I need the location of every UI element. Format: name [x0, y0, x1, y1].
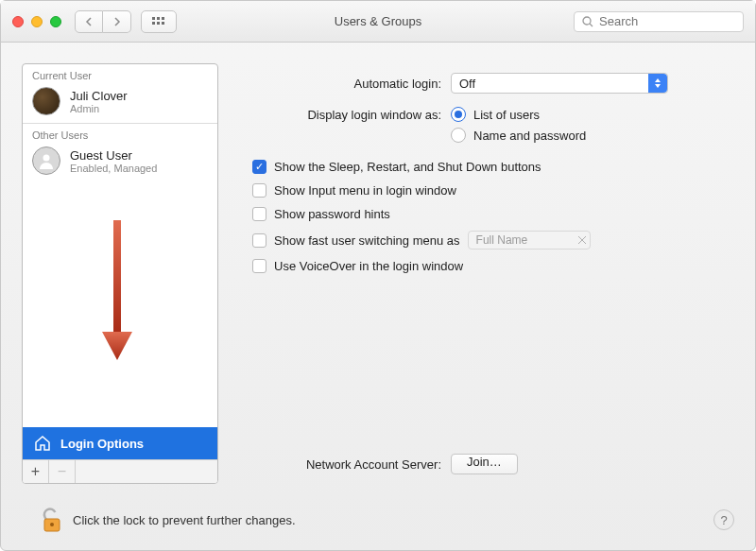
- minimize-button[interactable]: [31, 16, 43, 27]
- fast-user-switching-checkbox-row[interactable]: Show fast user switching menu as Full Na…: [252, 231, 715, 250]
- checkbox[interactable]: [252, 259, 266, 273]
- svg-marker-10: [102, 332, 132, 360]
- lock-icon[interactable]: [41, 507, 63, 533]
- fast-user-switching-value: Full Name: [476, 233, 528, 247]
- traffic-lights: [12, 16, 61, 27]
- sidebar-spacer: [23, 182, 217, 427]
- fast-user-switching-select[interactable]: Full Name: [468, 231, 591, 250]
- svg-rect-0: [152, 17, 155, 20]
- lock-text: Click the lock to prevent further change…: [73, 513, 296, 527]
- network-account-server-label: Network Account Server:: [252, 457, 441, 472]
- checkbox-label: Show Input menu in login window: [274, 183, 456, 198]
- annotation-arrow-icon: [98, 220, 136, 362]
- checkbox[interactable]: [252, 160, 266, 174]
- automatic-login-value: Off: [459, 77, 475, 91]
- svg-point-6: [583, 17, 591, 25]
- remove-user-button: −: [49, 460, 76, 483]
- search-input[interactable]: [599, 14, 735, 28]
- add-user-button[interactable]: +: [23, 460, 49, 483]
- login-options-item[interactable]: Login Options: [23, 427, 217, 459]
- grid-icon: [152, 17, 165, 26]
- user-name: Juli Clover: [70, 89, 128, 103]
- preferences-window: Users & Groups Current User Juli Clover …: [0, 0, 756, 551]
- svg-line-7: [590, 24, 593, 26]
- display-login-label: Display login window as:: [252, 107, 441, 122]
- automatic-login-row: Automatic login: Off: [252, 73, 715, 94]
- automatic-login-select[interactable]: Off: [451, 73, 668, 94]
- display-login-row: Display login window as: List of users N…: [252, 107, 715, 143]
- titlebar: Users & Groups: [1, 1, 755, 43]
- avatar: [32, 87, 60, 115]
- checkbox[interactable]: [252, 207, 266, 221]
- checkbox-label: Show fast user switching menu as: [274, 233, 460, 248]
- user-meta: Enabled, Managed: [70, 163, 157, 174]
- show-password-hints-checkbox-row[interactable]: Show password hints: [252, 207, 715, 221]
- svg-point-12: [50, 523, 54, 526]
- checkbox-label: Use VoiceOver in the login window: [274, 259, 463, 273]
- settings-pane: Automatic login: Off Display login windo…: [233, 63, 734, 484]
- chevron-updown-icon: [648, 74, 667, 93]
- voiceover-checkbox-row[interactable]: Use VoiceOver in the login window: [252, 259, 715, 273]
- help-button[interactable]: ?: [713, 509, 734, 530]
- window-footer: Click the lock to prevent further change…: [1, 497, 755, 550]
- show-sleep-restart-checkbox-row[interactable]: Show the Sleep, Restart, and Shut Down b…: [252, 160, 715, 174]
- close-button[interactable]: [12, 16, 24, 27]
- sidebar-footer: + −: [23, 459, 217, 483]
- person-icon: [38, 152, 55, 169]
- radio-label: List of users: [473, 108, 540, 122]
- content-area: Current User Juli Clover Admin Other Use…: [1, 43, 755, 497]
- login-options-label: Login Options: [60, 437, 144, 451]
- users-sidebar: Current User Juli Clover Admin Other Use…: [22, 63, 218, 484]
- show-input-menu-checkbox-row[interactable]: Show Input menu in login window: [252, 183, 715, 198]
- network-account-server-row: Network Account Server: Join…: [252, 454, 715, 484]
- svg-rect-3: [152, 22, 155, 25]
- current-user-section-label: Current User: [23, 64, 217, 83]
- other-users-section-label: Other Users: [23, 124, 217, 143]
- checkbox-label: Show the Sleep, Restart, and Shut Down b…: [274, 160, 541, 174]
- svg-rect-4: [157, 22, 160, 25]
- search-field[interactable]: [574, 11, 744, 32]
- maximize-button[interactable]: [50, 16, 61, 27]
- svg-point-8: [43, 155, 50, 162]
- house-icon: [34, 435, 51, 452]
- svg-rect-5: [162, 22, 164, 25]
- radio-name-and-password[interactable]: Name and password: [451, 128, 586, 143]
- display-login-radio-group: List of users Name and password: [451, 107, 586, 143]
- radio-button[interactable]: [451, 128, 466, 143]
- join-button[interactable]: Join…: [451, 454, 518, 474]
- user-role: Admin: [70, 103, 128, 114]
- automatic-login-label: Automatic login:: [252, 77, 441, 91]
- svg-rect-2: [162, 17, 164, 20]
- radio-label: Name and password: [473, 129, 586, 143]
- radio-list-of-users[interactable]: List of users: [451, 107, 586, 122]
- nav-back-button[interactable]: [75, 10, 103, 33]
- nav-forward-button[interactable]: [103, 10, 131, 33]
- current-user-row[interactable]: Juli Clover Admin: [23, 83, 217, 123]
- chevron-left-icon: [85, 17, 93, 26]
- avatar: [32, 146, 60, 175]
- checkbox[interactable]: [252, 183, 266, 198]
- show-all-button[interactable]: [141, 10, 177, 33]
- svg-rect-1: [157, 17, 160, 20]
- user-name: Guest User: [70, 148, 157, 163]
- svg-rect-9: [113, 220, 121, 334]
- checkbox[interactable]: [252, 233, 266, 248]
- guest-user-row[interactable]: Guest User Enabled, Managed: [23, 143, 217, 182]
- radio-button[interactable]: [451, 107, 466, 122]
- chevron-right-icon: [113, 17, 121, 26]
- search-icon: [582, 16, 593, 27]
- nav-buttons: [75, 10, 131, 33]
- checkbox-label: Show password hints: [274, 207, 390, 221]
- login-options-checklist: Show the Sleep, Restart, and Shut Down b…: [252, 160, 715, 273]
